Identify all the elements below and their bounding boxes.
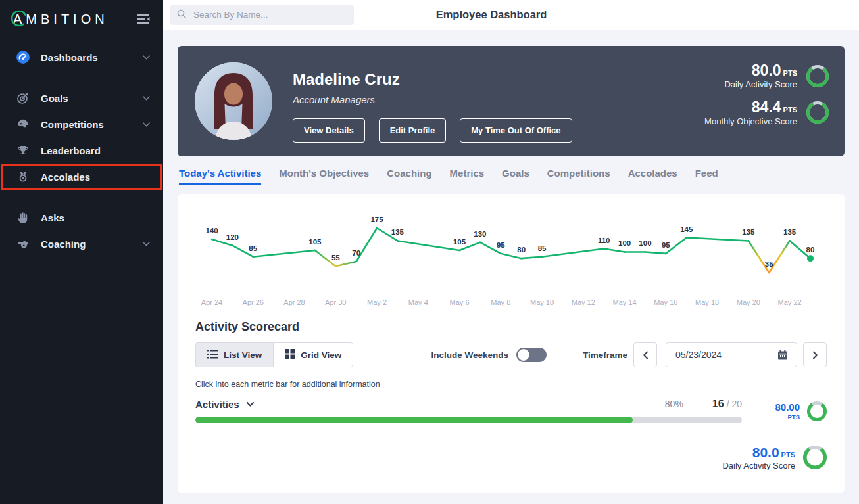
tab-goals[interactable]: Goals <box>502 168 529 185</box>
main-content: Madeline Cruz Account Managers View Deta… <box>178 46 845 493</box>
svg-text:Apr 28: Apr 28 <box>283 298 305 306</box>
summary-score-ring <box>803 446 827 469</box>
svg-text:135: 135 <box>391 228 405 236</box>
svg-text:May 8: May 8 <box>491 298 510 306</box>
include-weekends-toggle[interactable] <box>516 348 547 362</box>
dashboard-tabs: Today's Activities Month's Objectives Co… <box>178 168 845 185</box>
time-out-of-office-button[interactable]: My Time Out Of Office <box>460 118 572 143</box>
svg-text:105: 105 <box>453 238 466 246</box>
chevron-right-icon <box>812 351 818 359</box>
helmet-icon <box>16 118 30 131</box>
search-box <box>170 5 354 25</box>
sidebar-item-asks[interactable]: Asks <box>0 204 163 231</box>
scorecard-controls: List View Grid View Include Weekends Tim… <box>195 342 827 367</box>
svg-text:95: 95 <box>497 241 505 249</box>
profile-role: Account Managers <box>293 94 572 105</box>
next-day-button[interactable] <box>803 342 827 367</box>
svg-text:80: 80 <box>517 246 526 254</box>
metric-score-ring <box>807 401 827 421</box>
view-details-button[interactable]: View Details <box>293 118 365 143</box>
grid-view-button[interactable]: Grid View <box>273 342 353 367</box>
list-view-button[interactable]: List View <box>195 342 273 367</box>
svg-text:Apr 30: Apr 30 <box>325 298 346 306</box>
svg-text:140: 140 <box>205 227 218 235</box>
profile-avatar <box>195 62 272 140</box>
sidebar-collapse-icon[interactable] <box>134 11 153 27</box>
score-unit: PTS <box>783 69 797 77</box>
profile-name: Madeline Cruz <box>293 70 572 89</box>
svg-text:105: 105 <box>308 238 322 246</box>
sidebar-item-label: Dashboards <box>41 52 98 63</box>
tab-months-objectives[interactable]: Month's Objectives <box>279 168 369 185</box>
tab-feed[interactable]: Feed <box>695 168 718 185</box>
svg-text:55: 55 <box>331 254 340 262</box>
list-view-icon <box>207 350 218 361</box>
chevron-left-icon <box>643 351 649 359</box>
svg-text:85: 85 <box>538 244 547 252</box>
chevron-down-icon <box>143 122 150 127</box>
metric-points: 80.00 <box>775 401 800 413</box>
metric-expand-chevron-icon[interactable] <box>246 401 255 407</box>
tab-coaching[interactable]: Coaching <box>387 168 431 185</box>
svg-text:135: 135 <box>783 228 797 236</box>
svg-text:130: 130 <box>474 230 486 238</box>
whistle-icon <box>16 237 30 250</box>
chevron-down-icon <box>143 242 150 246</box>
summary-unit: PTS <box>781 451 795 459</box>
svg-text:85: 85 <box>249 244 257 252</box>
gauge-icon <box>16 50 30 64</box>
sidebar-item-leaderboard[interactable]: Leaderboard <box>0 137 163 164</box>
monthly-score-ring <box>806 101 829 124</box>
timeframe-label: Timeframe <box>583 350 627 360</box>
date-input[interactable] <box>674 349 777 361</box>
tab-todays-activities[interactable]: Today's Activities <box>179 168 261 185</box>
chevron-down-icon <box>143 55 150 60</box>
summary-value: 80.0 <box>752 445 779 460</box>
search-input[interactable] <box>192 9 347 20</box>
metric-points-unit: PTS <box>775 414 800 421</box>
daily-score-summary: 80.0PTS Daily Activity Score <box>195 444 827 471</box>
previous-day-button[interactable] <box>633 342 657 367</box>
include-weekends-label: Include Weekends <box>431 350 508 360</box>
svg-text:135: 135 <box>742 228 755 236</box>
tab-metrics[interactable]: Metrics <box>450 168 485 185</box>
logo-a-ring: A <box>13 12 26 27</box>
activity-line-chart: 1401208510555701751351051309580851101001… <box>195 211 827 311</box>
metric-percent: 80% <box>665 399 683 409</box>
tab-accolades[interactable]: Accolades <box>628 168 677 185</box>
calendar-icon[interactable] <box>777 349 789 361</box>
metric-name: Activities <box>195 399 239 410</box>
sidebar-item-goals[interactable]: Goals <box>0 85 163 111</box>
svg-text:175: 175 <box>370 216 383 223</box>
sidebar-item-coaching[interactable]: Coaching <box>0 231 163 257</box>
tab-competitions[interactable]: Competitions <box>547 168 610 185</box>
summary-label: Daily Activity Score <box>722 461 795 471</box>
score-value: 80.0 <box>752 62 781 79</box>
svg-text:May 6: May 6 <box>450 298 470 306</box>
svg-text:May 16: May 16 <box>654 298 677 306</box>
date-picker <box>666 342 797 367</box>
svg-text:May 4: May 4 <box>408 298 428 306</box>
hand-icon <box>16 211 30 224</box>
activities-progress-bar[interactable] <box>195 417 742 423</box>
scorecard-title: Activity Scorecard <box>195 320 827 334</box>
sidebar-item-accolades[interactable]: Accolades <box>1 164 162 190</box>
view-toggle-group: List View Grid View <box>195 342 353 367</box>
sidebar-item-dashboards[interactable]: Dashboards <box>0 44 163 70</box>
activities-progress-fill <box>195 417 633 423</box>
sidebar-item-label: Competitions <box>41 119 104 130</box>
activities-metric-row: Activities 80% 16 / 20 80.00 PTS <box>195 398 827 423</box>
daily-activity-score: 80.0PTS Daily Activity Score <box>704 62 829 90</box>
search-icon <box>177 9 186 21</box>
svg-text:80: 80 <box>806 246 815 254</box>
metric-total: / 20 <box>727 399 742 409</box>
edit-profile-button[interactable]: Edit Profile <box>379 118 447 143</box>
sidebar-item-label: Goals <box>41 93 68 104</box>
svg-text:May 12: May 12 <box>572 298 595 306</box>
sidebar-item-competitions[interactable]: Competitions <box>0 111 163 137</box>
svg-text:120: 120 <box>226 233 239 241</box>
monthly-objective-score: 84.4PTS Monthly Objective Score <box>704 99 829 127</box>
metric-bar-note: Click into each metric bar for additiona… <box>195 380 827 389</box>
score-unit: PTS <box>783 106 797 114</box>
daily-score-ring <box>806 65 829 87</box>
